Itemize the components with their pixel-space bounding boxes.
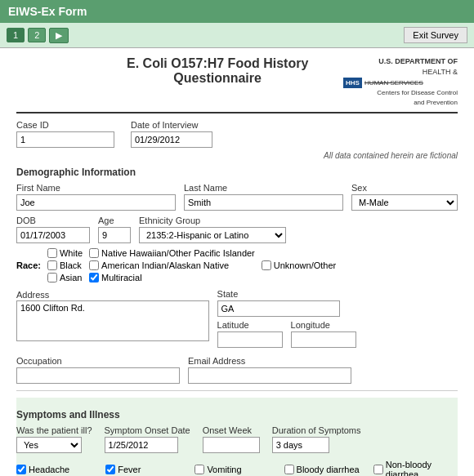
last-name-group: Last Name: [184, 183, 343, 211]
ill-row: Was the patient ill? Yes No Unknown Symp…: [16, 425, 458, 453]
race-label: Race:: [16, 260, 41, 270]
race-black-checkbox[interactable]: [47, 260, 57, 270]
state-input[interactable]: [217, 300, 340, 317]
symptom-vomiting: Vomiting: [195, 460, 279, 476]
fever-checkbox[interactable]: [105, 465, 115, 474]
dob-row: DOB Age Ethnicity Group 2135:2-Hispanic …: [16, 216, 458, 243]
dept-line5: and Prevention: [343, 98, 458, 107]
duration-input[interactable]: [272, 437, 329, 453]
race-asian-item: Asian: [47, 273, 83, 282]
onset-date-group: Symptom Onset Date: [105, 425, 190, 453]
address-textarea[interactable]: 1600 Clifton Rd.: [16, 300, 209, 341]
symptom-grid: Headache Fever Vomiting Bloody diarrhea …: [16, 460, 458, 476]
page2-button[interactable]: 2: [28, 28, 46, 42]
bloody-diarrhea-checkbox[interactable]: [284, 465, 294, 474]
vomiting-checkbox[interactable]: [195, 465, 204, 474]
patient-ill-select[interactable]: Yes No Unknown: [16, 437, 82, 453]
first-name-input[interactable]: [16, 194, 176, 211]
onset-week-input[interactable]: [203, 437, 260, 453]
occupation-label: Occupation: [16, 356, 180, 366]
race-multiracial-checkbox[interactable]: [89, 273, 99, 282]
toolbar: 1 2 ▶ Exit Survey: [0, 23, 474, 48]
race-american-indian-label: American Indian/Alaskan Native: [101, 260, 229, 270]
race-white-checkbox[interactable]: [47, 248, 57, 258]
occupation-email-row: Occupation Email Address: [16, 356, 458, 384]
ethnicity-select[interactable]: 2135:2-Hispanic or Latino 2186:2-Not His…: [139, 227, 286, 243]
onset-week-label: Onset Week: [203, 425, 260, 435]
ethnicity-group: Ethnicity Group 2135:2-Hispanic or Latin…: [139, 216, 286, 243]
sex-label: Sex: [351, 183, 458, 193]
app-title: EIWS-Ex Form: [8, 5, 87, 18]
race-native-hawaiian-label: Native Hawaiian/Other Pacific Islander: [101, 248, 255, 258]
symptom-non-bloody-diarrhea: Non-bloody diarrhea: [373, 460, 458, 476]
latitude-group: Latitude: [217, 320, 283, 348]
case-info-row: Case ID Date of Interview: [16, 120, 458, 148]
sex-select[interactable]: M-Male F-Female: [351, 194, 458, 211]
state-group: State: [217, 289, 458, 317]
interview-date-group: Date of Interview: [131, 120, 212, 148]
onset-week-group: Onset Week: [203, 425, 260, 453]
case-id-label: Case ID: [16, 120, 114, 130]
race-white-label: White: [60, 248, 83, 258]
ethnicity-label: Ethnicity Group: [139, 216, 286, 225]
dept-line3: HUMAN SERVICES: [364, 78, 423, 87]
dob-input[interactable]: [16, 227, 90, 243]
case-id-input[interactable]: [16, 131, 114, 148]
age-label: Age: [98, 216, 131, 225]
race-unknown-other-label: Unknown/Other: [274, 260, 336, 270]
onset-date-label: Symptom Onset Date: [105, 425, 190, 435]
lat-lon-row: Latitude Longitude: [217, 320, 458, 348]
race-black-item: Black: [47, 260, 83, 270]
patient-ill-label: Was the patient ill?: [16, 425, 92, 435]
email-label: Email Address: [188, 356, 351, 366]
dob-label: DOB: [16, 216, 90, 225]
occupation-input[interactable]: [16, 367, 180, 384]
form-title: E. Coli O157:H7 Food History Questionnai…: [92, 56, 343, 86]
race-asian-checkbox[interactable]: [47, 273, 57, 282]
non-bloody-diarrhea-label: Non-bloody diarrhea: [386, 460, 458, 476]
last-name-input[interactable]: [184, 194, 343, 211]
date-of-interview-input[interactable]: [131, 131, 212, 148]
headache-checkbox[interactable]: [16, 465, 26, 474]
race-white-item: White: [47, 248, 83, 258]
email-input[interactable]: [188, 367, 351, 384]
occupation-group: Occupation: [16, 356, 180, 384]
duration-group: Duration of Symptoms: [272, 425, 361, 453]
address-left: Address 1600 Clifton Rd.: [16, 289, 209, 351]
last-name-label: Last Name: [184, 183, 343, 193]
first-name-label: First Name: [16, 183, 176, 193]
longitude-input[interactable]: [291, 331, 356, 348]
race-american-indian-checkbox[interactable]: [89, 260, 99, 270]
demographics-header: Demographic Information: [16, 167, 458, 178]
next-page-button[interactable]: ▶: [49, 28, 69, 43]
duration-label: Duration of Symptoms: [272, 425, 361, 435]
bloody-diarrhea-label: Bloody diarrhea: [297, 465, 360, 474]
race-black-label: Black: [60, 260, 82, 270]
race-multiracial-label: Multiracial: [101, 273, 142, 282]
address-label: Address: [16, 290, 49, 300]
symptoms-header: Symptoms and Illness: [16, 409, 458, 420]
latitude-label: Latitude: [217, 320, 283, 330]
app-header: EIWS-Ex Form: [0, 0, 474, 23]
symptoms-section: Symptoms and Illness Was the patient ill…: [16, 390, 458, 476]
race-col-3: Unknown/Other: [262, 260, 336, 270]
age-input[interactable]: [98, 227, 131, 243]
race-native-hawaiian-checkbox[interactable]: [89, 248, 99, 258]
exit-survey-button[interactable]: Exit Survey: [404, 27, 467, 43]
name-row: First Name Last Name Sex M-Male F-Female: [16, 183, 458, 211]
symptom-fever: Fever: [105, 460, 190, 476]
symptom-headache: Headache: [16, 460, 101, 476]
age-group: Age: [98, 216, 131, 243]
dept-line2: HEALTH &: [343, 67, 458, 78]
headache-label: Headache: [29, 465, 69, 474]
page1-button[interactable]: 1: [7, 28, 25, 42]
dob-group: DOB: [16, 216, 90, 243]
latitude-input[interactable]: [217, 331, 283, 348]
onset-date-input[interactable]: [105, 437, 178, 453]
non-bloody-diarrhea-checkbox[interactable]: [373, 465, 383, 474]
address-right: State Latitude Longitude: [217, 289, 458, 351]
patient-ill-group: Was the patient ill? Yes No Unknown: [16, 425, 92, 453]
hhs-box: HHS: [343, 78, 362, 88]
state-label: State: [217, 289, 458, 299]
race-unknown-other-checkbox[interactable]: [262, 260, 271, 270]
